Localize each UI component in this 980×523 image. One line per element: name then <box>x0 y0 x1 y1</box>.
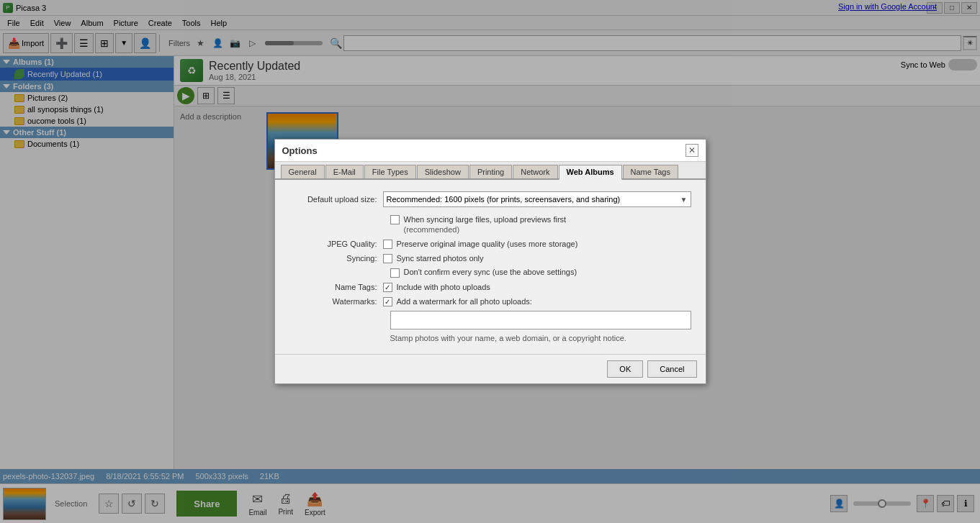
watermarks-label: Watermarks: <box>289 297 383 306</box>
upload-size-value: Recommended: 1600 pixels (for prints, sc… <box>387 195 621 204</box>
modal-close-button[interactable]: ✕ <box>685 144 698 157</box>
modal-content: Default upload size: Recommended: 1600 p… <box>275 180 706 354</box>
include-name-tags-checkbox[interactable]: ✓ <box>383 283 392 292</box>
dont-confirm-label: Don't confirm every sync (use the above … <box>404 268 577 276</box>
include-name-tags-label: Include with photo uploads <box>397 283 490 291</box>
modal-title: Options <box>282 145 318 156</box>
add-watermark-checkbox[interactable]: ✓ <box>383 297 392 306</box>
upload-size-label: Default upload size: <box>289 195 383 204</box>
name-tags-row: Name Tags: ✓ Include with photo uploads <box>289 282 691 292</box>
preserve-quality-checkbox[interactable] <box>383 240 392 249</box>
watermarks-row: Watermarks: ✓ Add a watermark for all ph… <box>289 296 691 306</box>
tab-name-tags[interactable]: Name Tags <box>623 165 678 178</box>
stamp-note: Stamp photos with your name, a web domai… <box>289 334 691 342</box>
tab-printing[interactable]: Printing <box>469 165 512 178</box>
modal-overlay: Options ✕ General E-Mail File Types Slid… <box>0 0 980 523</box>
sync-previews-sublabel: (recommended) <box>404 225 460 234</box>
preserve-quality-label: Preserve original image quality (uses mo… <box>397 240 578 248</box>
jpeg-quality-row: JPEG Quality: Preserve original image qu… <box>289 239 691 249</box>
modal-title-bar: Options ✕ <box>275 140 706 162</box>
syncing-label: Syncing: <box>289 254 383 263</box>
ok-button[interactable]: OK <box>607 360 643 378</box>
modal-buttons: OK Cancel <box>275 354 706 383</box>
sync-previews-checkbox[interactable] <box>390 215 400 224</box>
tab-web-albums[interactable]: Web Albums <box>559 165 622 180</box>
tab-email[interactable]: E-Mail <box>325 165 364 178</box>
watermark-input[interactable] <box>390 311 691 329</box>
tab-general[interactable]: General <box>281 165 325 178</box>
sync-starred-checkbox[interactable] <box>383 254 392 263</box>
watermark-input-row <box>289 311 691 329</box>
tab-file-types[interactable]: File Types <box>364 165 416 178</box>
checkbox-checked-icon: ✓ <box>385 283 390 291</box>
sync-previews-row: When syncing large files, upload preview… <box>289 214 691 235</box>
sync-previews-label: When syncing large files, upload preview… <box>404 215 567 224</box>
cancel-button[interactable]: Cancel <box>647 360 696 378</box>
jpeg-quality-label: JPEG Quality: <box>289 240 383 248</box>
add-watermark-label: Add a watermark for all photo uploads: <box>397 297 532 306</box>
tab-network[interactable]: Network <box>513 165 557 178</box>
checkbox-checked-icon: ✓ <box>385 298 390 306</box>
dont-confirm-checkbox[interactable] <box>390 268 400 278</box>
options-dialog: Options ✕ General E-Mail File Types Slid… <box>274 139 706 384</box>
name-tags-label: Name Tags: <box>289 283 383 291</box>
syncing-row: Syncing: Sync starred photos only <box>289 253 691 263</box>
upload-size-row: Default upload size: Recommended: 1600 p… <box>289 191 691 207</box>
dont-confirm-row: Don't confirm every sync (use the above … <box>289 268 691 278</box>
tab-slideshow[interactable]: Slideshow <box>417 165 469 178</box>
modal-tabs: General E-Mail File Types Slideshow Prin… <box>275 162 706 180</box>
sync-starred-label: Sync starred photos only <box>397 254 484 263</box>
dropdown-arrow-icon: ▼ <box>680 196 688 204</box>
upload-size-dropdown[interactable]: Recommended: 1600 pixels (for prints, sc… <box>383 191 691 207</box>
